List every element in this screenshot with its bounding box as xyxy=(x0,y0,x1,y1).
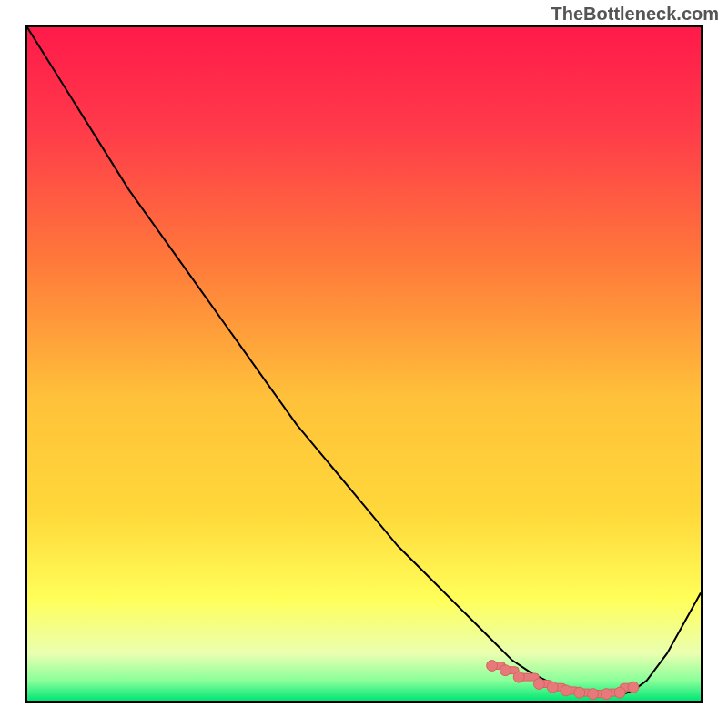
watermark: TheBottleneck.com xyxy=(551,4,719,25)
data-marker xyxy=(547,682,558,693)
data-marker xyxy=(487,661,498,672)
data-marker xyxy=(500,665,511,676)
data-marker xyxy=(588,689,599,700)
curve-svg xyxy=(27,27,701,701)
data-marker xyxy=(614,687,625,698)
data-marker xyxy=(561,685,571,696)
data-marker xyxy=(628,682,639,693)
plot-area xyxy=(25,25,703,703)
markers-group xyxy=(487,661,639,700)
curve-line xyxy=(27,27,701,695)
data-marker xyxy=(574,687,585,698)
data-marker xyxy=(513,672,524,682)
data-marker xyxy=(601,689,612,700)
chart-container: TheBottleneck.com xyxy=(0,0,728,728)
data-marker xyxy=(533,679,544,690)
